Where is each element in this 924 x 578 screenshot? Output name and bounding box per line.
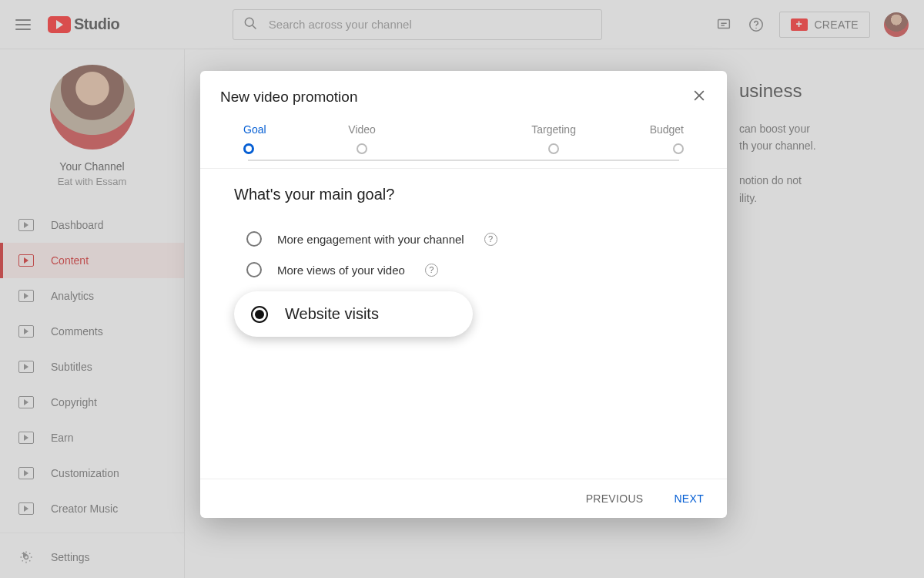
goal-option-label: More views of your video <box>277 264 405 277</box>
step-label: Video <box>348 123 376 136</box>
step-budget[interactable]: Budget <box>650 123 684 154</box>
goal-option-website-visits[interactable]: Website visits <box>234 291 473 337</box>
stepper-track <box>248 160 679 161</box>
step-dot-icon <box>243 143 254 154</box>
new-promotion-modal: New video promotion Goal Video Targeting… <box>200 71 727 518</box>
step-goal[interactable]: Goal <box>243 123 266 154</box>
radio-unchecked-icon <box>246 231 262 247</box>
help-circle-icon[interactable]: ? <box>425 264 438 277</box>
step-label: Goal <box>243 123 266 136</box>
modal-question: What's your main goal? <box>234 186 693 203</box>
stepper: Goal Video Targeting Budget <box>200 117 727 154</box>
goal-option-engagement[interactable]: More engagement with your channel ? <box>234 223 693 254</box>
step-label: Targeting <box>531 123 576 136</box>
step-label: Budget <box>650 123 684 136</box>
step-dot-icon <box>673 143 684 154</box>
previous-button[interactable]: PREVIOUS <box>581 492 648 506</box>
close-icon[interactable] <box>691 88 707 106</box>
help-circle-icon[interactable]: ? <box>484 233 497 246</box>
goal-option-label: More engagement with your channel <box>277 233 464 246</box>
modal-title: New video promotion <box>220 89 357 106</box>
goal-option-views[interactable]: More views of your video ? <box>234 254 693 285</box>
step-dot-icon <box>548 143 559 154</box>
step-video[interactable]: Video <box>266 123 458 154</box>
goal-option-label: Website visits <box>285 305 379 323</box>
radio-checked-icon <box>251 306 268 323</box>
next-button[interactable]: NEXT <box>669 492 708 506</box>
step-dot-icon <box>357 143 367 154</box>
step-targeting[interactable]: Targeting <box>458 123 650 154</box>
radio-unchecked-icon <box>246 262 262 277</box>
